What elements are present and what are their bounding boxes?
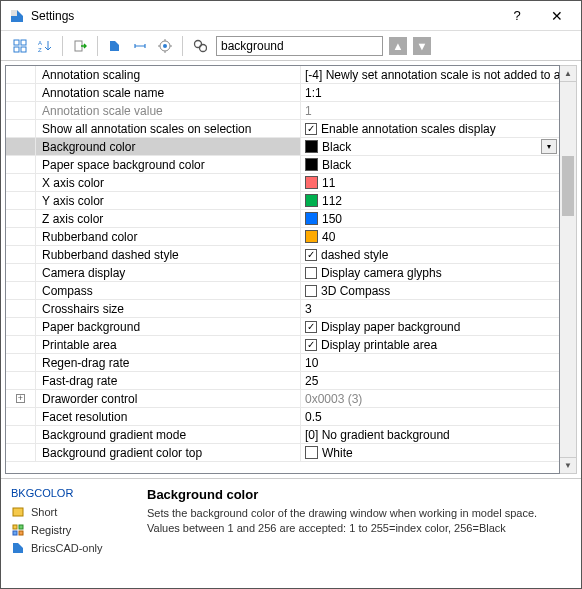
setting-label: Rubberband dashed style bbox=[36, 246, 301, 263]
svg-rect-4 bbox=[14, 47, 19, 52]
setting-value[interactable]: 150 bbox=[301, 210, 559, 227]
setting-row[interactable]: Background gradient mode[0] No gradient … bbox=[6, 426, 559, 444]
setting-value-text: 3D Compass bbox=[321, 284, 390, 298]
flag-bricscad: BricsCAD-only bbox=[11, 541, 121, 555]
setting-value[interactable]: ✓Display printable area bbox=[301, 336, 559, 353]
setting-row[interactable]: +Draworder control0x0003 (3) bbox=[6, 390, 559, 408]
find-icon[interactable] bbox=[189, 35, 211, 57]
checkbox[interactable]: ✓ bbox=[305, 321, 317, 333]
checkbox[interactable]: ✓ bbox=[305, 123, 317, 135]
search-prev-button[interactable]: ▲ bbox=[389, 37, 407, 55]
setting-value-text: Display paper background bbox=[321, 320, 460, 334]
setting-value-text: 1 bbox=[305, 104, 312, 118]
close-button[interactable]: ✕ bbox=[537, 2, 577, 30]
setting-row[interactable]: Annotation scale name1:1 bbox=[6, 84, 559, 102]
setting-value-text: Enable annotation scales display bbox=[321, 122, 496, 136]
setting-row[interactable]: Paper background✓Display paper backgroun… bbox=[6, 318, 559, 336]
setting-label: Camera display bbox=[36, 264, 301, 281]
setting-value[interactable]: 1:1 bbox=[301, 84, 559, 101]
tree-view-icon[interactable] bbox=[9, 35, 31, 57]
scrollbar[interactable]: ▲ ▼ bbox=[560, 65, 577, 474]
setting-label: Printable area bbox=[36, 336, 301, 353]
scroll-up-button[interactable]: ▲ bbox=[560, 66, 576, 82]
row-gutter bbox=[6, 408, 36, 425]
setting-row[interactable]: Fast-drag rate25 bbox=[6, 372, 559, 390]
row-gutter bbox=[6, 174, 36, 191]
setting-value[interactable]: 11 bbox=[301, 174, 559, 191]
row-gutter bbox=[6, 228, 36, 245]
setting-value-text: 3 bbox=[305, 302, 312, 316]
setting-value[interactable]: 0.5 bbox=[301, 408, 559, 425]
setting-value-text: Black bbox=[322, 140, 351, 154]
scroll-down-button[interactable]: ▼ bbox=[560, 457, 576, 473]
setting-value[interactable]: 3D Compass bbox=[301, 282, 559, 299]
setting-value[interactable]: 25 bbox=[301, 372, 559, 389]
setting-value[interactable]: 40 bbox=[301, 228, 559, 245]
setting-value[interactable]: 3 bbox=[301, 300, 559, 317]
setting-row[interactable]: Rubberband color40 bbox=[6, 228, 559, 246]
info-panel: BKGCOLOR Short Registry BricsCAD-only Ba… bbox=[1, 478, 581, 588]
setting-label: Fast-drag rate bbox=[36, 372, 301, 389]
setting-row[interactable]: Show all annotation scales on selection✓… bbox=[6, 120, 559, 138]
row-gutter bbox=[6, 282, 36, 299]
setting-value[interactable]: 0x0003 (3) bbox=[301, 390, 559, 407]
sort-az-icon[interactable]: AZ bbox=[34, 35, 56, 57]
setting-label: Annotation scale value bbox=[36, 102, 301, 119]
setting-value[interactable]: ✓Enable annotation scales display bbox=[301, 120, 559, 137]
setting-value[interactable]: White bbox=[301, 444, 559, 461]
setting-row[interactable]: Background gradient color top White bbox=[6, 444, 559, 462]
window-title: Settings bbox=[31, 9, 74, 23]
setting-value[interactable]: Display camera glyphs bbox=[301, 264, 559, 281]
row-gutter bbox=[6, 300, 36, 317]
setting-value[interactable]: [0] No gradient background bbox=[301, 426, 559, 443]
setting-row[interactable]: Annotation scaling[-4] Newly set annotat… bbox=[6, 66, 559, 84]
checkbox[interactable]: ✓ bbox=[305, 339, 317, 351]
setting-value[interactable]: ✓dashed style bbox=[301, 246, 559, 263]
dropdown-button[interactable]: ▾ bbox=[541, 139, 557, 154]
variable-name: BKGCOLOR bbox=[11, 487, 121, 499]
setting-label: Compass bbox=[36, 282, 301, 299]
color-swatch bbox=[305, 194, 318, 207]
setting-row[interactable]: Compass3D Compass bbox=[6, 282, 559, 300]
filter-differences-icon[interactable] bbox=[154, 35, 176, 57]
setting-row[interactable]: X axis color11 bbox=[6, 174, 559, 192]
setting-value[interactable]: 10 bbox=[301, 354, 559, 371]
filter-dimension-icon[interactable] bbox=[129, 35, 151, 57]
setting-row[interactable]: Rubberband dashed style✓dashed style bbox=[6, 246, 559, 264]
help-button[interactable]: ? bbox=[497, 2, 537, 30]
setting-value-text: 25 bbox=[305, 374, 318, 388]
setting-row[interactable]: Crosshairs size3 bbox=[6, 300, 559, 318]
setting-value-text: [0] No gradient background bbox=[305, 428, 450, 442]
search-next-button[interactable]: ▼ bbox=[413, 37, 431, 55]
setting-value[interactable]: Black bbox=[301, 156, 559, 173]
setting-label: Paper space background color bbox=[36, 156, 301, 173]
row-gutter: + bbox=[6, 390, 36, 407]
setting-value[interactable]: [-4] Newly set annotation scale is not a… bbox=[301, 66, 559, 83]
setting-value[interactable]: 1 bbox=[301, 102, 559, 119]
export-icon[interactable] bbox=[69, 35, 91, 57]
setting-row[interactable]: Regen-drag rate10 bbox=[6, 354, 559, 372]
filter-drawing-icon[interactable] bbox=[104, 35, 126, 57]
search-input[interactable] bbox=[216, 36, 383, 56]
setting-row[interactable]: Background colorBlack▾ bbox=[6, 138, 559, 156]
setting-row[interactable]: Facet resolution0.5 bbox=[6, 408, 559, 426]
setting-value-text: 1:1 bbox=[305, 86, 322, 100]
setting-row[interactable]: Paper space background colorBlack bbox=[6, 156, 559, 174]
setting-row[interactable]: Y axis color112 bbox=[6, 192, 559, 210]
setting-value-text: 0.5 bbox=[305, 410, 322, 424]
setting-value[interactable]: 112 bbox=[301, 192, 559, 209]
expand-icon[interactable]: + bbox=[16, 394, 25, 403]
color-swatch bbox=[305, 230, 318, 243]
setting-row[interactable]: Printable area✓Display printable area bbox=[6, 336, 559, 354]
checkbox[interactable]: ✓ bbox=[305, 249, 317, 261]
checkbox[interactable] bbox=[305, 267, 317, 279]
setting-row[interactable]: Z axis color150 bbox=[6, 210, 559, 228]
checkbox[interactable] bbox=[305, 285, 317, 297]
setting-value[interactable]: ✓Display paper background bbox=[301, 318, 559, 335]
settings-grid: Annotation scaling[-4] Newly set annotat… bbox=[5, 65, 560, 474]
scroll-thumb[interactable] bbox=[562, 156, 574, 216]
titlebar: Settings ? ✕ bbox=[1, 1, 581, 31]
setting-row[interactable]: Camera displayDisplay camera glyphs bbox=[6, 264, 559, 282]
setting-row[interactable]: Annotation scale value1 bbox=[6, 102, 559, 120]
setting-value[interactable]: Black▾ bbox=[301, 138, 559, 155]
